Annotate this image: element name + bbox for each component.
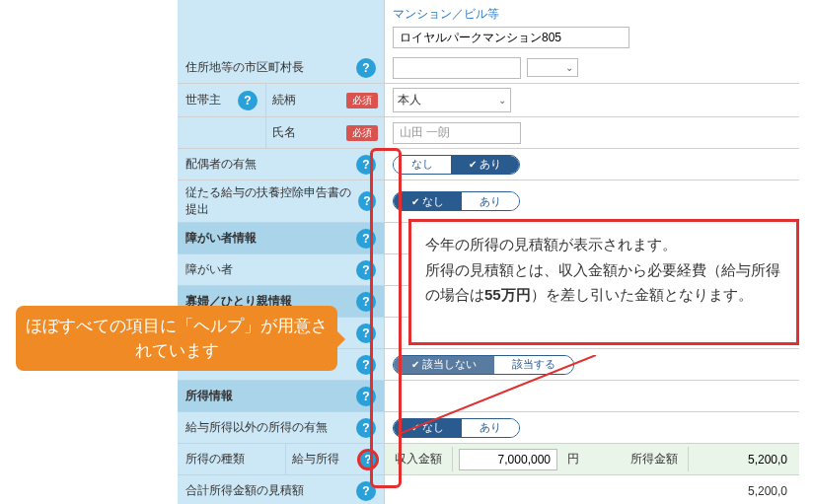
unit-yen: 円 — [561, 451, 585, 468]
help-icon-highlighted[interactable]: ? — [358, 450, 378, 469]
other-income-no[interactable]: なし — [394, 419, 462, 437]
help-icon[interactable]: ? — [356, 324, 376, 343]
tooltip-bold: 55万円 — [484, 286, 531, 303]
household-head-label: 世帯主 — [185, 92, 221, 108]
disability-label: 障がい者 — [185, 261, 233, 278]
relation-select[interactable]: 本人 ⌄ — [393, 88, 511, 112]
applicable-toggle[interactable]: 該当しない 該当する — [393, 355, 574, 375]
mayor-input[interactable] — [393, 57, 521, 79]
revenue-label: 収入金額 — [385, 447, 453, 471]
total-estimate-value: 5,200,0 — [393, 484, 791, 498]
name-input[interactable] — [393, 122, 521, 144]
spouse-label: 配偶者の有無 — [185, 156, 257, 173]
income-type-sub: 給与所得 — [292, 451, 339, 468]
relation-label: 続柄 — [272, 92, 296, 108]
income-header: 所得情報 — [185, 388, 233, 404]
help-icon[interactable]: ? — [356, 481, 376, 501]
callout-text: ほぼすべての項目に「ヘルプ」が用意されています — [26, 314, 328, 364]
applicable[interactable]: 該当する — [494, 356, 573, 374]
help-icon[interactable]: ? — [238, 91, 258, 110]
dependent-form-toggle[interactable]: なし あり — [393, 191, 520, 211]
income-type-label: 所得の種類 — [185, 451, 245, 468]
spouse-toggle[interactable]: なし あり — [393, 155, 520, 175]
revenue-input[interactable] — [459, 449, 557, 470]
total-estimate-label: 合計所得金額の見積額 — [185, 482, 304, 499]
help-icon[interactable]: ? — [356, 292, 376, 312]
help-icon[interactable]: ? — [356, 387, 376, 406]
help-tooltip: 今年の所得の見積額が表示されます。 所得の見積額とは、収入金額から必要経費（給与… — [408, 219, 799, 345]
help-icon[interactable]: ? — [356, 58, 376, 78]
apartment-input[interactable] — [393, 27, 629, 48]
help-icon[interactable]: ? — [356, 260, 376, 280]
required-badge: 必須 — [346, 125, 378, 141]
other-income-toggle[interactable]: なし あり — [393, 418, 520, 438]
help-icon[interactable]: ? — [356, 418, 376, 438]
mayor-label: 住所地等の市区町村長 — [185, 59, 304, 76]
disability-header: 障がい者情報 — [185, 230, 257, 247]
name-label: 氏名 — [272, 124, 296, 141]
spouse-yes[interactable]: あり — [451, 156, 519, 174]
required-badge: 必須 — [346, 93, 378, 108]
other-income-label: 給与所得以外の所得の有無 — [185, 419, 328, 436]
help-icon[interactable]: ? — [358, 191, 376, 211]
spouse-no[interactable]: なし — [394, 156, 451, 174]
tooltip-line1: 今年の所得の見積額が表示されます。 — [425, 232, 782, 257]
dependent-form-no[interactable]: なし — [394, 192, 462, 210]
help-icon[interactable]: ? — [356, 155, 376, 175]
dependent-form-yes[interactable]: あり — [462, 192, 519, 210]
income-amount-value — [695, 450, 793, 469]
tooltip-line2: 所得の見積額とは、収入金額から必要経費（給与所得の場合は55万円）を差し引いた金… — [425, 257, 782, 308]
dependent-form-label: 従たる給与の扶養控除申告書の提出 — [185, 184, 358, 218]
mayor-select[interactable]: ⌄ — [527, 58, 578, 77]
other-income-yes[interactable]: あり — [462, 419, 519, 437]
callout-bubble: ほぼすべての項目に「ヘルプ」が用意されています — [16, 306, 337, 371]
relation-value: 本人 — [398, 92, 421, 108]
apartment-heading: マンション／ビル等 — [393, 6, 499, 23]
help-icon[interactable]: ? — [356, 229, 376, 249]
not-applicable[interactable]: 該当しない — [394, 356, 494, 374]
help-icon[interactable]: ? — [356, 355, 376, 375]
tooltip-text-c: ）を差し引いた金額となります。 — [531, 286, 753, 303]
income-amount-label: 所得金額 — [621, 447, 689, 471]
